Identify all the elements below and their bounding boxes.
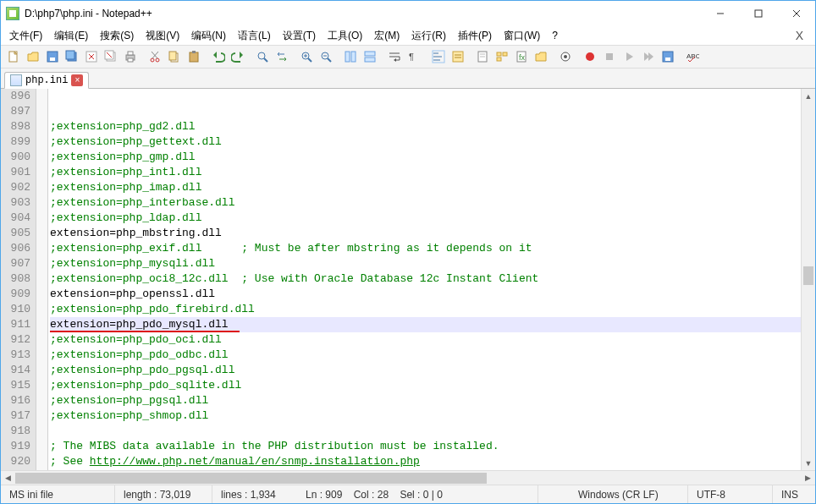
zoom-in-icon[interactable]: [297, 47, 316, 66]
menu-edit[interactable]: 编辑(E): [49, 27, 93, 45]
macro-play-icon[interactable]: [620, 47, 638, 66]
menu-language[interactable]: 语言(L): [233, 27, 276, 45]
svg-rect-41: [365, 58, 375, 62]
undo-icon[interactable]: [209, 47, 228, 66]
macro-save-icon[interactable]: [659, 47, 677, 66]
line-number: 917: [1, 408, 30, 424]
new-file-icon[interactable]: [4, 47, 23, 66]
code-line[interactable]: ; See http://www.php.net/manual/en/snmp.…: [50, 454, 801, 469]
menu-tools[interactable]: 工具(O): [323, 27, 367, 45]
line-number-gutter: 8968978988999009019029039049059069079089…: [1, 89, 36, 470]
horizontal-scroll-thumb[interactable]: [15, 473, 487, 484]
menu-close-x[interactable]: X: [787, 29, 812, 42]
code-line[interactable]: ;extension=php_pdo_firebird.dll: [50, 302, 801, 317]
maximize-button[interactable]: [739, 2, 777, 26]
print-icon[interactable]: [121, 47, 140, 66]
code-line[interactable]: extension=php_openssl.dll: [50, 287, 801, 302]
tab-php-ini[interactable]: php.ini ×: [4, 72, 89, 89]
code-line[interactable]: ;extension=php_pdo_sqlite.dll: [50, 378, 801, 393]
menu-view[interactable]: 视图(V): [141, 27, 185, 45]
menu-encoding[interactable]: 编码(N): [186, 27, 231, 45]
status-encoding[interactable]: UTF-8: [688, 485, 773, 503]
paste-icon[interactable]: [185, 47, 203, 66]
code-line[interactable]: ;extension=php_gd2.dll: [50, 119, 801, 134]
code-line[interactable]: ;extension=php_pgsql.dll: [50, 393, 801, 408]
line-number: 896: [1, 89, 30, 104]
macro-record-icon[interactable]: [581, 47, 599, 66]
status-position: Ln : 909 Col : 28 Sel : 0 | 0: [297, 485, 538, 503]
code-line[interactable]: ;extension=php_oci8_12c.dll ; Use with O…: [50, 271, 801, 287]
code-line[interactable]: ;extension=php_exif.dll ; Must be after …: [50, 241, 801, 256]
close-file-icon[interactable]: [82, 47, 101, 66]
scroll-right-icon[interactable]: ▶: [801, 474, 815, 482]
status-insert-mode[interactable]: INS: [773, 485, 815, 503]
sync-hscroll-icon[interactable]: [361, 47, 379, 66]
open-file-icon[interactable]: [24, 47, 42, 66]
minimize-button[interactable]: [701, 2, 739, 26]
app-icon: [6, 7, 19, 20]
find-icon[interactable]: [253, 47, 272, 66]
tab-close-icon[interactable]: ×: [71, 74, 83, 86]
redo-icon[interactable]: [229, 47, 247, 66]
line-number: 903: [1, 195, 30, 211]
code-editor[interactable]: ;extension=php_gd2.dll;extension=php_get…: [48, 89, 801, 470]
sync-vscroll-icon[interactable]: [341, 47, 360, 66]
fold-margin: [36, 89, 48, 470]
url-link[interactable]: http://www.php.net/manual/en/snmp.instal…: [90, 455, 420, 468]
doc-map-icon[interactable]: [473, 47, 492, 66]
menu-file[interactable]: 文件(F): [4, 27, 47, 45]
code-line[interactable]: ; The MIBS data available in the PHP dis…: [50, 439, 801, 454]
menu-search[interactable]: 搜索(S): [95, 27, 139, 45]
save-icon[interactable]: [43, 47, 62, 66]
scroll-up-icon[interactable]: ▲: [802, 89, 815, 103]
show-all-chars-icon[interactable]: ¶: [405, 47, 423, 66]
macro-play-multi-icon[interactable]: [639, 47, 658, 66]
code-line[interactable]: ;extension=php_interbase.dll: [50, 195, 801, 211]
code-line[interactable]: ;extension=php_gettext.dll: [50, 134, 801, 150]
scroll-left-icon[interactable]: ◀: [1, 474, 15, 482]
vertical-scrollbar[interactable]: ▲ ▼: [801, 89, 815, 470]
menu-macro[interactable]: 宏(M): [369, 27, 405, 45]
copy-icon[interactable]: [165, 47, 184, 66]
indent-guide-icon[interactable]: [429, 47, 448, 66]
function-list-icon[interactable]: fx: [512, 47, 531, 66]
vertical-scroll-thumb[interactable]: [803, 266, 813, 285]
scroll-down-icon[interactable]: ▼: [802, 456, 815, 470]
zoom-out-icon[interactable]: [317, 47, 335, 66]
code-line[interactable]: extension=php_mbstring.dll: [50, 226, 801, 241]
code-line[interactable]: ;extension=php_ldap.dll: [50, 211, 801, 226]
code-line[interactable]: ;extension=php_snmp.dll: [50, 469, 801, 470]
code-line[interactable]: ;extension=php_pdo_pgsql.dll: [50, 363, 801, 378]
cut-icon[interactable]: [146, 47, 164, 66]
menu-help[interactable]: ?: [547, 28, 563, 43]
menu-run[interactable]: 运行(R): [406, 27, 451, 45]
menu-plugins[interactable]: 插件(P): [453, 27, 497, 45]
code-line[interactable]: extension=php_pdo_mysql.dll: [50, 317, 801, 332]
code-line[interactable]: ;extension=php_imap.dll: [50, 180, 801, 195]
doc-list-icon[interactable]: [493, 47, 511, 66]
code-line[interactable]: [50, 424, 801, 439]
status-eol[interactable]: Windows (CR LF): [570, 485, 688, 503]
close-button[interactable]: [777, 2, 815, 26]
code-line[interactable]: ;extension=php_pdo_odbc.dll: [50, 348, 801, 363]
spellcheck-icon[interactable]: ABC: [683, 47, 702, 66]
code-line[interactable]: ;extension=php_mysqli.dll: [50, 256, 801, 271]
udl-icon[interactable]: [449, 47, 467, 66]
folder-as-workspace-icon[interactable]: [532, 47, 550, 66]
horizontal-scrollbar[interactable]: ◀ ▶: [1, 470, 815, 485]
save-all-icon[interactable]: [63, 47, 81, 66]
macro-stop-icon[interactable]: [600, 47, 619, 66]
line-number: 902: [1, 180, 30, 195]
replace-icon[interactable]: [273, 47, 291, 66]
code-line[interactable]: ;extension=php_intl.dll: [50, 165, 801, 180]
wordwrap-icon[interactable]: [385, 47, 404, 66]
menu-window[interactable]: 窗口(W): [499, 27, 545, 45]
code-line[interactable]: ;extension=php_shmop.dll: [50, 408, 801, 424]
line-number: 899: [1, 134, 30, 150]
code-line[interactable]: ;extension=php_gmp.dll: [50, 150, 801, 165]
status-filetype: MS ini file: [1, 485, 115, 503]
code-line[interactable]: ;extension=php_pdo_oci.dll: [50, 332, 801, 348]
monitoring-icon[interactable]: [556, 47, 575, 66]
close-all-icon[interactable]: [102, 47, 120, 66]
menu-settings[interactable]: 设置(T): [278, 27, 321, 45]
